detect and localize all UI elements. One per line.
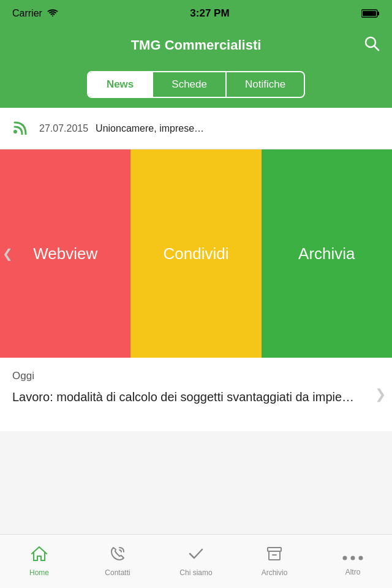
nav-label-archivio: Archivio: [262, 568, 288, 577]
home-svg: [31, 546, 48, 562]
rss-svg: [12, 118, 29, 135]
checkmark-icon: [188, 546, 204, 566]
status-battery: [361, 9, 380, 18]
chevron-right-icon: ❯: [375, 386, 386, 402]
more-dots-svg: [342, 555, 364, 561]
more-icon: [342, 546, 364, 565]
archive-svg: [266, 546, 282, 562]
news-section-date-label: Oggi: [12, 370, 380, 382]
nav-label-home: Home: [29, 568, 49, 577]
battery-icon: [361, 9, 380, 18]
news-area: 27.07.2015 Unioncamere, imprese…: [0, 108, 392, 149]
svg-point-11: [359, 556, 363, 560]
svg-rect-2: [363, 11, 376, 16]
nav-item-chi-siamo[interactable]: Chi siamo: [157, 546, 235, 577]
search-icon: [364, 36, 380, 51]
nav-item-contatti[interactable]: Contatti: [78, 546, 157, 577]
swipe-action-webview[interactable]: Webview: [0, 149, 130, 358]
wifi-icon: [47, 9, 58, 18]
archive-icon: [266, 546, 282, 566]
status-time: 3:27 PM: [190, 7, 229, 20]
nav-item-archivio[interactable]: Archivio: [235, 546, 314, 577]
phone-icon: [110, 546, 126, 566]
carrier-label: Carrier: [12, 8, 42, 19]
nav-label-chi-siamo: Chi siamo: [179, 568, 212, 577]
news-section-title: Lavoro: modalità di calcolo dei soggetti…: [12, 388, 380, 405]
nav-label-altro: Altro: [345, 568, 361, 576]
news-section-oggi[interactable]: Oggi Lavoro: modalità di calcolo dei sog…: [0, 358, 392, 431]
app-title: TMG Commercialisti: [28, 37, 364, 53]
status-carrier-wifi: Carrier: [12, 8, 58, 19]
phone-svg: [110, 546, 126, 562]
swipe-panel-wrapper: ❮ Webview Condividi Archivia: [0, 149, 392, 358]
tab-container: News Schede Notifiche: [0, 64, 392, 108]
tab-news[interactable]: News: [88, 72, 153, 97]
search-button[interactable]: [364, 36, 380, 56]
app-header: TMG Commercialisti: [0, 27, 392, 64]
nav-item-altro[interactable]: Altro: [314, 546, 392, 576]
swipe-action-archivia[interactable]: Archivia: [262, 149, 392, 358]
svg-point-5: [13, 130, 17, 134]
bottom-nav: Home Contatti Chi siamo: [0, 534, 392, 588]
tab-schede[interactable]: Schede: [153, 72, 227, 97]
rss-icon: [12, 118, 29, 139]
home-icon: [31, 546, 48, 566]
tab-group: News Schede Notifiche: [87, 71, 305, 98]
news-title-preview: Unioncamere, imprese…: [96, 123, 380, 134]
svg-rect-1: [377, 12, 379, 15]
left-handle-icon: ❮: [0, 240, 15, 267]
swipe-action-condividi[interactable]: Condividi: [130, 149, 261, 358]
svg-line-4: [374, 46, 379, 50]
swipe-panel: Webview Condividi Archivia: [0, 149, 392, 358]
news-item-first[interactable]: 27.07.2015 Unioncamere, imprese…: [0, 108, 392, 149]
svg-point-10: [351, 556, 355, 560]
news-date: 27.07.2015: [39, 123, 88, 134]
status-bar: Carrier 3:27 PM: [0, 0, 392, 27]
svg-point-9: [343, 556, 347, 560]
nav-label-contatti: Contatti: [105, 568, 130, 577]
tab-notifiche[interactable]: Notifiche: [227, 72, 304, 97]
checkmark-svg: [188, 546, 204, 562]
nav-item-home[interactable]: Home: [0, 546, 78, 577]
